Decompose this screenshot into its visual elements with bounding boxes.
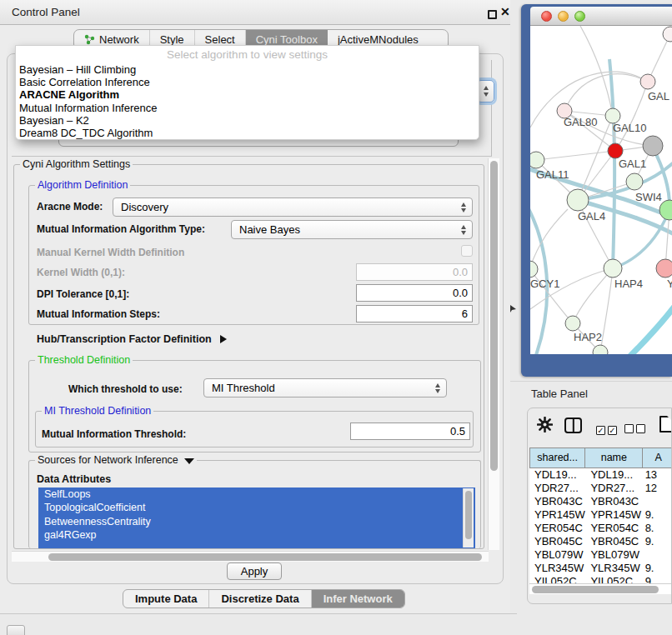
- tab-impute-data[interactable]: Impute Data: [123, 590, 209, 608]
- table-cell: YER054C: [529, 522, 585, 535]
- network-edge[interactable]: [629, 301, 672, 354]
- table-row[interactable]: YER054CYER054C8.: [529, 522, 672, 535]
- tab-infer-network[interactable]: Infer Network: [312, 590, 404, 608]
- table-cell: YDR27...: [585, 482, 643, 495]
- attribute-item[interactable]: gal4RGexp: [38, 528, 475, 542]
- network-node[interactable]: [626, 173, 643, 190]
- mi-steps-field[interactable]: 6: [356, 305, 473, 322]
- network-edge[interactable]: [530, 209, 568, 269]
- settings-horizontal-scrollbar[interactable]: [12, 551, 489, 562]
- aracne-mode-label: Aracne Mode:: [37, 201, 103, 212]
- settings-gear-icon[interactable]: [537, 417, 553, 432]
- attribute-item[interactable]: TopologicalCoefficient: [38, 501, 475, 514]
- tab-label: Discretize Data: [221, 592, 298, 605]
- tab-discretize-data[interactable]: Discretize Data: [209, 590, 311, 608]
- network-edge[interactable]: [564, 74, 648, 111]
- node-label: HAP4: [614, 278, 643, 290]
- close-traffic-light-icon[interactable]: [541, 11, 552, 22]
- table-row[interactable]: YPR145WYPR145W9.: [529, 508, 672, 522]
- column-header[interactable]: name: [585, 448, 643, 468]
- algorithm-option[interactable]: Bayesian – Hill Climbing: [16, 63, 479, 76]
- spinner-up-icon[interactable]: [484, 86, 489, 90]
- expand-right-icon[interactable]: [220, 335, 227, 343]
- network-node[interactable]: [640, 74, 655, 89]
- show-columns-icon[interactable]: [596, 422, 619, 437]
- dock-mini-button[interactable]: [7, 625, 25, 635]
- attribute-item[interactable]: SelfLoops: [38, 488, 475, 501]
- network-canvas[interactable]: GALGAL80GAL10GAL1GAL11SWI4GAL4GCY1HAP4YH…: [530, 26, 672, 354]
- sources-toggle[interactable]: Sources for Network Inference: [35, 454, 197, 466]
- cyni-bottom-tabs: Impute Data Discretize Data Infer Networ…: [123, 589, 405, 608]
- settings-vertical-scrollbar[interactable]: [488, 158, 499, 550]
- network-node[interactable]: [643, 136, 663, 156]
- algorithm-option[interactable]: Mutual Information Inference: [16, 102, 479, 114]
- node-label: GAL11: [536, 168, 569, 181]
- network-node[interactable]: [530, 152, 544, 168]
- mouse-cursor: [509, 305, 518, 313]
- table-row[interactable]: YLR345WYLR345W9.: [529, 562, 672, 575]
- table-cell: 9.: [644, 535, 672, 548]
- mi-threshold-field[interactable]: 0.5: [350, 422, 470, 440]
- tab-label: Impute Data: [135, 592, 197, 605]
- column-header[interactable]: A: [643, 448, 672, 468]
- group-title: MI Threshold Definition: [42, 405, 153, 417]
- groupbox-fragment: [491, 60, 492, 157]
- table-row[interactable]: YBL079WYBL079W: [529, 548, 672, 562]
- aracne-mode-select[interactable]: Discovery: [113, 198, 473, 217]
- which-threshold-select[interactable]: MI Threshold: [203, 378, 447, 398]
- split-columns-icon[interactable]: [564, 418, 582, 433]
- table-row[interactable]: YDL19...YDL19...13: [529, 468, 672, 482]
- spinner-down-icon[interactable]: [484, 92, 489, 97]
- table-row[interactable]: YDR27...YDR27...12: [529, 482, 672, 495]
- table-horizontal-scrollbar[interactable]: [529, 583, 671, 594]
- screen: Control Panel ✕ Network Style Select Cyn…: [0, 0, 672, 635]
- table-cell: 13: [644, 468, 672, 482]
- close-icon[interactable]: ✕: [500, 5, 510, 18]
- document-icon[interactable]: [659, 416, 672, 432]
- algorithm-option[interactable]: ARACNE Algorithm: [16, 88, 479, 101]
- group-title: Algorithm Definition: [35, 179, 130, 191]
- collapse-down-icon[interactable]: [184, 458, 194, 464]
- algorithm-option[interactable]: Bayesian – K2: [16, 114, 479, 127]
- dock-divider: [0, 613, 517, 614]
- column-header[interactable]: shared...: [529, 448, 585, 468]
- dpi-tolerance-field[interactable]: 0.0: [356, 284, 473, 302]
- manual-kernel-checkbox[interactable]: [461, 245, 473, 257]
- algorithm-option[interactable]: Basic Correlation Inference: [16, 76, 479, 88]
- list-scrollbar[interactable]: [463, 488, 474, 548]
- table-row[interactable]: YIL052CYIL052C9: [529, 575, 672, 583]
- kernel-width-field[interactable]: 0.0: [356, 263, 473, 281]
- hide-columns-icon[interactable]: [624, 422, 648, 437]
- algorithm-option[interactable]: Dream8 DC_TDC Algorithm: [16, 127, 479, 139]
- hub-definition-toggle[interactable]: Hub/Transcription Factor Definition: [37, 333, 227, 345]
- apply-button[interactable]: Apply: [227, 562, 282, 580]
- zoom-traffic-light-icon[interactable]: [574, 11, 585, 22]
- mi-algorithm-type-select[interactable]: Naive Bayes: [231, 220, 473, 239]
- tab-label: Network: [99, 33, 139, 46]
- attribute-item[interactable]: BetweennessCentrality: [38, 515, 475, 528]
- network-window[interactable]: GALGAL80GAL10GAL1GAL11SWI4GAL4GCY1HAP4YH…: [521, 4, 672, 377]
- network-node[interactable]: [608, 143, 623, 158]
- network-graph[interactable]: GALGAL80GAL10GAL1GAL11SWI4GAL4GCY1HAP4YH…: [530, 26, 672, 354]
- float-window-icon[interactable]: [488, 10, 497, 19]
- node-label: GAL10: [613, 122, 646, 134]
- panel-divider: [510, 381, 672, 382]
- network-window-titlebar[interactable]: [530, 7, 672, 26]
- mi-algorithm-type-label: Mutual Information Algorithm Type:: [37, 223, 205, 235]
- which-threshold-label: Which threshold to use:: [68, 383, 183, 395]
- network-node[interactable]: [567, 189, 589, 211]
- groupbox-fragment: [12, 156, 492, 157]
- table-row[interactable]: YBR043CYBR043C: [529, 495, 672, 508]
- network-edge[interactable]: [536, 151, 615, 160]
- network-node[interactable]: [604, 259, 622, 278]
- network-edge[interactable]: [580, 26, 613, 116]
- data-attributes-list[interactable]: SelfLoopsTopologicalCoefficientBetweenne…: [38, 488, 475, 548]
- network-node[interactable]: [530, 261, 538, 278]
- table-row[interactable]: YBR045CYBR045C9.: [529, 535, 672, 548]
- network-edge[interactable]: [609, 59, 614, 268]
- network-node[interactable]: [565, 316, 580, 331]
- network-node[interactable]: [663, 27, 672, 42]
- minimize-traffic-light-icon[interactable]: [558, 11, 569, 22]
- focused-spinner-button[interactable]: [477, 80, 494, 102]
- network-node[interactable]: [656, 259, 672, 278]
